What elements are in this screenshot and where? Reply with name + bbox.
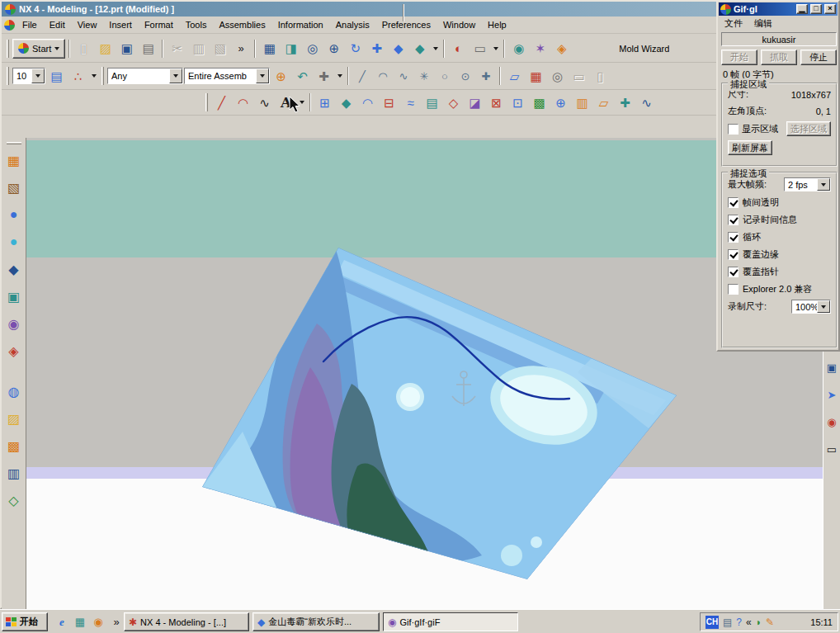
dock-materials-icon[interactable]: ● [3,231,25,253]
menu-item[interactable]: 编辑 [749,17,777,31]
datum-grid-button[interactable]: ▦ [526,66,546,87]
option-checkbox[interactable] [728,249,739,260]
shaded-view-button[interactable]: ◨ [281,38,301,59]
studio-surface-button[interactable]: ∿ [636,92,657,113]
minimize-button[interactable]: ▁ [796,4,808,14]
language-indicator[interactable]: CH [706,616,719,629]
datum-csys-button[interactable]: ✚ [615,92,635,113]
toolbar-grip[interactable] [205,93,208,111]
new-part-button[interactable]: ▯ [73,38,94,59]
trimmed-sheet-button[interactable]: ◪ [465,92,485,113]
dock-help-icon[interactable]: ◇ [3,489,25,511]
right-dock-send-icon[interactable]: ➤ [823,386,840,403]
web-browser-button[interactable]: ◉ [508,38,529,59]
arc-tool-button[interactable]: ◠ [233,92,253,113]
dock-part-navigator-icon[interactable]: ◉ [3,313,25,334]
combo-arrow-icon[interactable] [817,300,830,313]
spline-tool-button[interactable]: ∿ [254,92,275,113]
type-filter-combo[interactable]: Any [107,68,183,84]
taskbar-task-nx[interactable]: ✱ NX 4 - Modeling - [...] [124,612,249,631]
datum-plane-button[interactable]: ▱ [504,66,525,87]
dock-grip[interactable] [7,142,21,144]
tray-input-icon[interactable]: ✎ [766,616,774,628]
right-dock-people-icon[interactable]: ◉ [823,413,840,430]
dock-history-icon[interactable]: ◈ [3,340,25,361]
toolbar-grip[interactable] [7,67,9,85]
menu-item[interactable]: Insert [103,18,138,31]
layer-combo[interactable]: 10 [12,68,45,84]
menu-item[interactable]: 文件 [720,17,748,31]
dock-templates-icon[interactable]: ▩ [3,435,25,456]
menu-item[interactable]: Help [482,18,512,31]
constraint-button[interactable]: ▭ [569,66,589,87]
viewport-canvas[interactable] [26,138,823,609]
option-checkbox[interactable] [728,215,739,225]
dimension-button[interactable]: ▯ [590,66,611,87]
orient-wcs-button[interactable]: ✚ [314,66,334,87]
dock-visual-icon[interactable]: ▣ [3,286,25,307]
combo-arrow-icon[interactable] [817,178,830,191]
record-size-combo[interactable]: 100% [791,300,831,314]
zoom-in-button[interactable]: ⊕ [323,38,344,59]
start-button[interactable]: 开始 [2,612,48,631]
right-dock-display-icon[interactable]: ▭ [823,441,840,457]
open-button[interactable]: ▨ [95,38,116,59]
rotate-view-button[interactable]: ↻ [345,38,366,59]
maximize-button[interactable]: □ [810,4,822,14]
dock-internet-icon[interactable]: ● [3,204,25,225]
paste-button[interactable]: ▧ [210,38,230,59]
tray-keyboard-icon[interactable]: ▤ [723,616,732,628]
perspective-view-button[interactable]: ◆ [388,38,408,59]
dock-navigator-icon[interactable]: ▦ [3,149,25,171]
menu-item[interactable]: Edit [44,18,71,31]
menu-item[interactable]: Format [139,18,179,31]
menu-item[interactable]: Assemblies [213,18,271,31]
option-checkbox[interactable] [728,197,739,208]
thicken-button[interactable]: ⊡ [507,92,528,113]
visualize-shade-button[interactable]: ✶ [530,38,550,59]
fps-combo[interactable]: 2 fps [784,177,831,191]
record-start-button[interactable]: 开始 [721,50,757,65]
circle-button[interactable]: ○ [435,67,455,85]
cut-button[interactable]: ✂ [167,38,187,59]
step-back-button[interactable]: ↶ [292,66,313,87]
patch-button[interactable]: ▩ [529,92,550,113]
clock[interactable]: 15:11 [810,617,833,627]
right-dock-window-icon[interactable]: ▣ [823,359,840,376]
grab-frame-button[interactable]: 抓取 [761,50,797,65]
option-checkbox[interactable] [728,267,739,277]
toolbar-overflow-button[interactable]: » [231,40,251,58]
arc-icon-button[interactable]: ◠ [373,67,393,85]
ql-ie-icon[interactable]: e [54,615,69,630]
fit-view-dropdown[interactable] [491,40,500,58]
show-area-checkbox[interactable] [728,124,739,135]
display-mode-button[interactable]: ▦ [259,38,280,59]
close-button[interactable]: × [824,4,836,14]
menu-item[interactable]: View [72,18,103,31]
save-button[interactable]: ▣ [116,38,137,59]
menu-item[interactable]: Tools [180,18,213,31]
dock-palettes-icon[interactable]: ▨ [3,408,25,429]
dock-roles-icon[interactable]: ◍ [3,380,25,402]
datum-axis-button[interactable]: ◎ [547,66,568,87]
structure-tree-button[interactable]: ∴ [68,66,88,87]
ql-more-icon[interactable]: » [109,615,124,630]
bridge-surface-button[interactable]: ◠ [357,92,378,113]
option-checkbox[interactable] [728,232,739,243]
sketch-button[interactable]: ▱ [593,92,614,113]
combo-arrow-icon[interactable] [256,68,269,83]
fit-view-button[interactable]: ▭ [470,38,490,59]
ruled-surface-button[interactable]: ▤ [422,92,442,113]
circle-center-button[interactable]: ⊙ [455,67,475,85]
line-icon-button[interactable]: ╱ [352,67,372,85]
tray-expand-icon[interactable]: « [746,616,752,628]
tray-help-icon[interactable]: ? [736,616,742,628]
spline-icon-button[interactable]: ∿ [394,67,413,85]
dock-books-icon[interactable]: ▥ [3,462,25,484]
sew-button[interactable]: ⊠ [486,92,507,113]
enlarge-button[interactable]: ⊕ [550,92,571,113]
menu-item[interactable]: Preferences [376,18,437,31]
taskbar-task-kingsoft[interactable]: ◆ 金山毒霸“新欢乐时... [252,612,380,631]
offset-face-button[interactable]: ▥ [572,92,592,113]
option-checkbox[interactable] [728,284,739,295]
